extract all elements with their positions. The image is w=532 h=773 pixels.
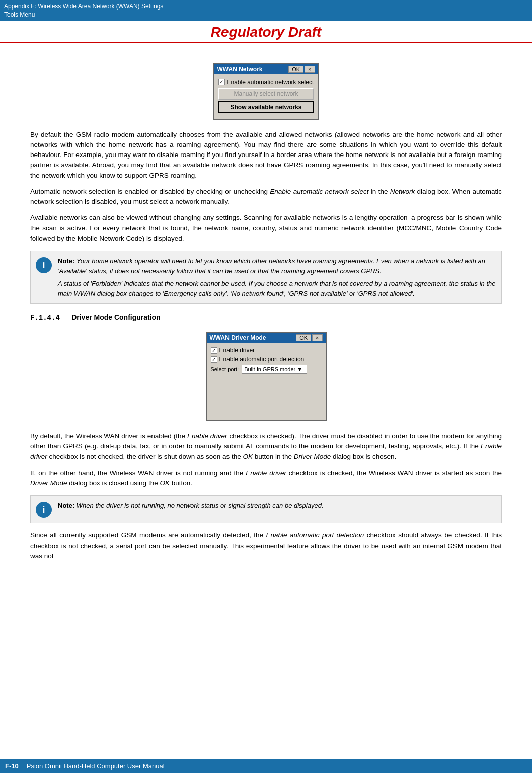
header-banner: Appendix F: Wireless Wide Area Network (… — [0, 0, 532, 21]
p5-italic2: Driver Mode — [30, 479, 67, 487]
show-available-networks-btn[interactable]: Show available networks — [218, 101, 314, 113]
enable-driver-row: ✓ Enable driver — [211, 347, 322, 354]
select-port-value: Built-in GPRS moder — [244, 366, 295, 372]
footer-text: Psion Omnii Hand-Held Computer User Manu… — [27, 762, 165, 770]
note-2-label: Note: — [58, 502, 74, 509]
driver-dialog-spacer — [211, 376, 322, 416]
p6-italic1: Enable automatic port detection — [266, 531, 364, 539]
paragraph-2: Automatic network selection is enabled o… — [30, 187, 502, 207]
p4-italic3: OK — [243, 453, 253, 460]
p5-italic3: OK — [160, 479, 170, 487]
note-2-italic-text: When the driver is not running, no netwo… — [77, 502, 324, 509]
wwan-network-body: ✓ Enable automatic network select Manual… — [214, 74, 318, 119]
section-heading-f144: F.1.4.4 Driver Mode Configuration — [30, 313, 502, 322]
p2-italic: Enable automatic network select — [270, 188, 368, 195]
wwan-driver-dialog-container: WWAN Driver Mode OK × ✓ Enable driver ✓ … — [30, 332, 502, 421]
banner-line2: Tools Menu — [4, 11, 528, 19]
paragraph-3: Available networks can also be viewed wi… — [30, 213, 502, 244]
footer: F-10 Psion Omnii Hand-Held Computer User… — [0, 759, 532, 773]
p5-italic1: Enable driver — [246, 469, 286, 477]
page-title: Regulatory Draft — [0, 21, 532, 43]
wwan-driver-dialog: WWAN Driver Mode OK × ✓ Enable driver ✓ … — [206, 332, 327, 421]
p4-italic2: Enable driver — [30, 442, 502, 460]
paragraph-4: By default, the Wireless WAN driver is e… — [30, 431, 502, 462]
p4-italic4: Driver Mode — [294, 453, 331, 460]
enable-auto-port-checkbox[interactable]: ✓ — [211, 356, 217, 363]
wwan-network-title-buttons: OK × — [288, 66, 315, 73]
p2-italic2: Network — [390, 188, 415, 195]
wwan-network-ok-btn[interactable]: OK — [288, 66, 303, 73]
enable-auto-port-row: ✓ Enable automatic port detection — [211, 356, 322, 363]
enable-auto-port-label: Enable automatic port detection — [219, 356, 305, 363]
wwan-network-close-btn[interactable]: × — [305, 66, 315, 73]
paragraph-5: If, on the other hand, the Wireless WAN … — [30, 468, 502, 489]
note-2-italic: When the driver is not running, no netwo… — [77, 502, 324, 509]
enable-auto-network-checkbox[interactable]: ✓ — [218, 79, 225, 85]
banner-line1: Appendix F: Wireless Wide Area Network (… — [4, 2, 528, 11]
enable-auto-network-label: Enable automatic network select — [227, 79, 314, 86]
note-1-italic: Your home network operator will need to … — [58, 257, 485, 275]
main-content: WWAN Network OK × ✓ Enable automatic net… — [0, 43, 532, 578]
wwan-driver-ok-btn[interactable]: OK — [296, 334, 311, 341]
wwan-driver-titlebar: WWAN Driver Mode OK × — [207, 333, 326, 343]
section-title: Driver Mode Configuration — [71, 313, 161, 321]
wwan-network-dialog: WWAN Network OK × ✓ Enable automatic net… — [213, 63, 319, 120]
footer-page-number: F-10 — [5, 762, 19, 770]
wwan-network-title: WWAN Network — [217, 66, 263, 73]
note-1-italic2-text: A status of 'Forbidden' indicates that t… — [58, 280, 496, 297]
note-1-label: Note: — [58, 257, 74, 265]
wwan-driver-title: WWAN Driver Mode — [210, 334, 266, 341]
note-1-italic2: A status of 'Forbidden' indicates that t… — [58, 280, 496, 297]
wwan-network-titlebar: WWAN Network OK × — [214, 64, 318, 74]
enable-driver-label: Enable driver — [219, 347, 255, 354]
p4-italic1: Enable driver — [187, 432, 227, 440]
note-1-text: Note: Your home network operator will ne… — [58, 256, 496, 276]
paragraph-1: By default the GSM radio modem automatic… — [30, 130, 502, 181]
paragraph-6: Since all currently supported GSM modems… — [30, 530, 502, 561]
select-port-row: Select port: Built-in GPRS moder ▼ — [211, 365, 322, 374]
manually-select-network-btn[interactable]: Manually select network — [218, 88, 314, 100]
wwan-driver-close-btn[interactable]: × — [312, 334, 322, 341]
select-port-dropdown[interactable]: Built-in GPRS moder ▼ — [242, 365, 307, 374]
wwan-network-dialog-container: WWAN Network OK × ✓ Enable automatic net… — [30, 63, 502, 120]
note-box-2: i Note: When the driver is not running, … — [30, 495, 502, 523]
section-number: F.1.4.4 — [30, 314, 60, 322]
info-icon-1: i — [36, 257, 52, 273]
note-1-italic-text: Your home network operator will need to … — [58, 257, 485, 275]
note-1-content: Note: Your home network operator will ne… — [58, 256, 496, 298]
info-icon-2: i — [36, 502, 52, 518]
wwan-driver-body: ✓ Enable driver ✓ Enable automatic port … — [207, 343, 326, 420]
enable-driver-checkbox[interactable]: ✓ — [211, 347, 217, 354]
note-box-1: i Note: Your home network operator will … — [30, 251, 502, 304]
select-port-label: Select port: — [211, 366, 239, 372]
note-2-content: Note: When the driver is not running, no… — [58, 501, 324, 511]
wwan-driver-title-buttons: OK × — [296, 334, 322, 341]
enable-auto-network-row: ✓ Enable automatic network select — [218, 79, 314, 86]
